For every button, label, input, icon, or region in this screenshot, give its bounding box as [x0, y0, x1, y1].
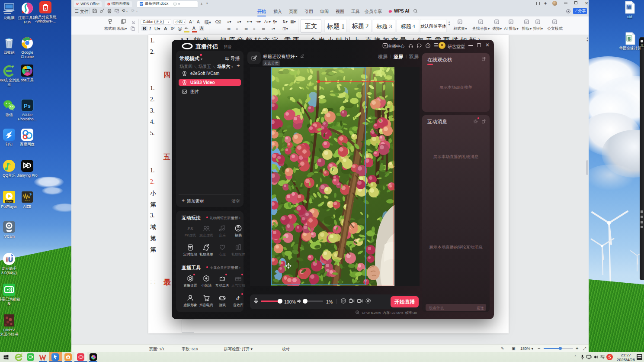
svg-text:d': d': [236, 296, 240, 301]
svg-text:e: e: [45, 6, 46, 11]
svg-text:OBS: OBS: [25, 70, 30, 72]
svg-text:U: U: [8, 255, 13, 263]
svg-text:i: i: [6, 255, 8, 263]
svg-text:Ps: Ps: [24, 103, 31, 109]
svg-text:S: S: [628, 36, 631, 41]
svg-text:Player: Player: [6, 200, 12, 203]
svg-text:?: ?: [427, 44, 429, 47]
svg-text:W: W: [627, 5, 631, 10]
svg-text:AIZB-3: AIZB-3: [25, 200, 30, 202]
svg-text:PK: PK: [187, 226, 194, 231]
